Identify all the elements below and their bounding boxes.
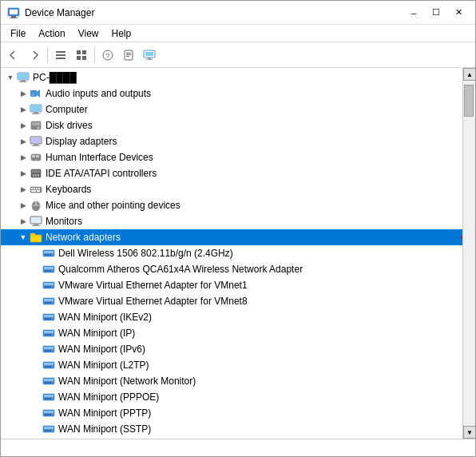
mice-expand-icon[interactable]: ▶ [17,199,30,212]
menu-action[interactable]: Action [32,26,71,41]
menu-view[interactable]: View [72,26,105,41]
net4-icon [42,295,55,308]
toolbar-back-button[interactable] [4,46,23,65]
svg-rect-52 [38,188,40,189]
tree-net2[interactable]: ▶ Qualcomm Atheros QCA61x4A Wireless Net… [1,261,462,277]
toolbar-grid-button[interactable] [72,46,91,65]
tree-panel[interactable]: ▼ PC-████ ▶ [1,68,462,439]
tree-net5[interactable]: ▶ WAN Miniport (IKEv2) [1,309,462,325]
svg-marker-65 [461,233,462,241]
tree-monitors[interactable]: ▶ Monitors [1,213,462,229]
svg-rect-24 [19,81,27,82]
svg-rect-22 [18,74,28,79]
menu-bar: File Action View Help [1,25,475,42]
tree-net3[interactable]: ▶ VMware Virtual Ethernet Adapter for VM… [1,277,462,293]
svg-rect-62 [30,235,42,242]
svg-rect-16 [126,56,129,57]
vertical-scrollbar[interactable]: ▲ ▼ [462,68,475,439]
monitors-label: Monitors [46,216,82,227]
keyboards-expand-icon[interactable]: ▶ [17,183,30,196]
network-folder-icon [30,231,42,244]
tree-net6[interactable]: ▶ WAN Miniport (IP) [1,325,462,341]
ide-label: IDE ATA/ATAPI controllers [46,168,157,179]
menu-file[interactable]: File [4,26,32,41]
tree-network[interactable]: ▼ Network adapters [1,229,462,245]
tree-net7[interactable]: ▶ WAN Miniport (IPv6) [1,341,462,357]
svg-rect-59 [31,217,41,223]
tree-ide[interactable]: ▶ IDE ATA/ATAPI controllers [1,165,462,181]
tree-disk[interactable]: ▶ Disk drives [1,117,462,133]
tree-mice[interactable]: ▶ Mice and other pointing devices [1,197,462,213]
svg-rect-103 [45,366,46,368]
ide-expand-icon[interactable]: ▶ [17,167,30,180]
display-expand-icon[interactable]: ▶ [17,135,30,148]
tree-net4[interactable]: ▶ VMware Virtual Ethernet Adapter for VM… [1,293,462,309]
keyboards-label: Keyboards [46,184,91,195]
tree-computer[interactable]: ▶ Computer [1,101,462,117]
svg-rect-53 [31,190,36,192]
svg-rect-123 [45,430,46,431]
tree-print[interactable]: ▶ Print queues [1,437,462,439]
svg-rect-87 [44,315,54,317]
tree-audio[interactable]: ▶ ♪ Audio inputs and outputs [1,85,462,101]
scroll-up-button[interactable]: ▲ [463,68,475,81]
svg-rect-19 [148,58,151,59]
svg-rect-31 [32,113,40,114]
computer-expand-icon[interactable]: ▶ [17,103,30,116]
net9-icon [42,375,55,387]
toolbar: ? [1,42,475,68]
minimize-button[interactable]: – [403,5,424,21]
svg-text:?: ? [105,52,109,60]
net1-label: Dell Wireless 1506 802.11b/g/n (2.4GHz) [58,248,233,259]
root-expand-icon[interactable]: ▼ [4,71,17,84]
tree-display[interactable]: ▶ Display adapters [1,133,462,149]
tree-net11[interactable]: ▶ WAN Miniport (PPTP) [1,405,462,421]
app-icon [7,6,20,19]
scroll-track[interactable] [463,81,475,426]
tree-net9[interactable]: ▶ WAN Miniport (Network Monitor) [1,373,462,389]
net2-icon [42,263,55,276]
svg-rect-94 [47,334,49,336]
svg-rect-1 [10,10,18,14]
maximize-button[interactable]: ☐ [426,5,446,21]
monitors-expand-icon[interactable]: ▶ [17,215,30,228]
svg-rect-50 [34,188,35,189]
disk-expand-icon[interactable]: ▶ [17,119,30,132]
scroll-down-button[interactable]: ▼ [463,426,475,439]
scroll-thumb[interactable] [464,85,474,117]
svg-rect-88 [45,318,46,320]
svg-rect-80 [50,286,51,288]
audio-expand-icon[interactable]: ▶ [17,87,30,100]
tree-hid[interactable]: ▶ Human Interface Devices [1,149,462,165]
hid-icon [30,151,42,164]
svg-point-34 [38,127,40,129]
tree-root[interactable]: ▼ PC-████ [1,70,462,85]
hid-expand-icon[interactable]: ▶ [17,151,30,164]
menu-help[interactable]: Help [105,26,138,41]
svg-rect-97 [44,347,54,349]
close-button[interactable]: ✕ [448,5,469,21]
net6-label: WAN Miniport (IP) [58,328,135,339]
svg-rect-107 [44,379,54,381]
svg-rect-68 [45,254,46,256]
tree-net10[interactable]: ▶ WAN Miniport (PPPOE) [1,389,462,405]
svg-rect-93 [45,334,46,336]
tree-net8[interactable]: ▶ WAN Miniport (L2TP) [1,357,462,373]
net5-icon [42,311,55,324]
svg-rect-114 [47,398,49,399]
tree-net12[interactable]: ▶ WAN Miniport (SSTP) [1,421,462,437]
tree-net1[interactable]: ▶ Dell Wireless 1506 802.11b/g/n (2.4GHz… [1,245,462,261]
svg-rect-5 [56,54,65,56]
computer-label: Computer [46,104,88,115]
network-expand-icon[interactable]: ▼ [17,231,30,244]
tree-keyboards[interactable]: ▶ Keyboards [1,181,462,197]
toolbar-forward-button[interactable] [25,46,44,65]
svg-rect-83 [45,302,46,304]
net6-icon [42,327,55,340]
svg-rect-95 [50,334,51,336]
svg-rect-89 [47,318,49,320]
toolbar-properties-button[interactable] [119,46,138,65]
toolbar-monitor-button[interactable] [140,46,159,65]
toolbar-help-button[interactable]: ? [98,46,117,65]
toolbar-list-button[interactable] [51,46,70,65]
